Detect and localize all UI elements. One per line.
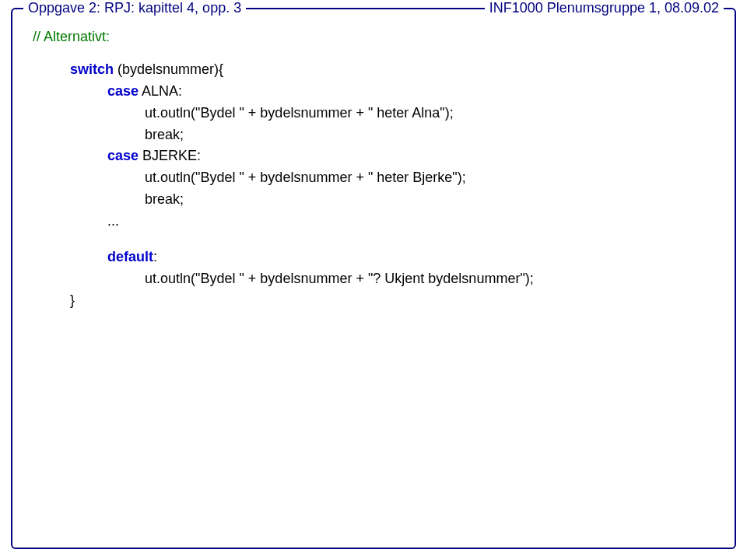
code-line-out1: ut.outln("Bydel " + bydelsnummer + " het… [33, 103, 714, 124]
case2-tail: BJERKE: [139, 148, 201, 163]
code-line-break2: break; [33, 189, 714, 211]
default-tail: : [153, 249, 157, 264]
code-line-out3: ut.outln("Bydel " + bydelsnummer + "? Uk… [33, 268, 714, 290]
case1-tail: ALNA: [139, 83, 182, 99]
slide-frame: Oppgave 2: RPJ: kapittel 4, opp. 3 INF10… [11, 8, 736, 549]
kw-case2: case [107, 148, 139, 163]
code-content: // Alternativt: switch (bydelsnummer){ c… [12, 9, 735, 327]
code-comment: // Alternativt: [33, 26, 714, 48]
code-line-ellipsis: ... [33, 211, 714, 233]
switch-tail: (bydelsnummer){ [114, 61, 223, 77]
code-line-case1: case ALNA: [33, 81, 714, 103]
code-line-default: default: [33, 247, 714, 268]
kw-switch: switch [70, 61, 114, 77]
code-block: switch (bydelsnummer){ case ALNA: ut.out… [33, 59, 714, 312]
code-line-out2: ut.outln("Bydel " + bydelsnummer + " het… [33, 167, 714, 189]
kw-case1: case [107, 83, 139, 99]
blank-line [33, 233, 714, 247]
code-line-close: } [33, 290, 714, 312]
page: Oppgave 2: RPJ: kapittel 4, opp. 3 INF10… [0, 0, 747, 560]
code-line-break1: break; [33, 124, 714, 146]
code-line-switch: switch (bydelsnummer){ [33, 59, 714, 81]
code-line-case2: case BJERKE: [33, 145, 714, 167]
kw-default: default [107, 249, 153, 264]
